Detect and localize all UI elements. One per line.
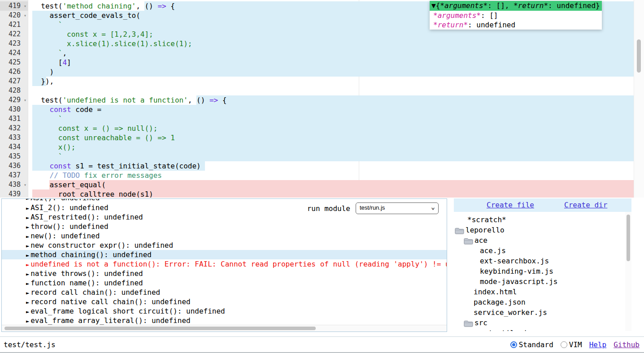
status-bar-right: Standard VIM Help Github [510, 340, 640, 349]
code-line-422[interactable]: 422 const x = [1,2,3,4]; [0, 30, 644, 39]
radio-unselected-icon[interactable] [561, 341, 567, 348]
help-link[interactable]: Help [589, 340, 607, 349]
expand-arrow-icon[interactable]: ► [26, 224, 29, 230]
expand-arrow-icon[interactable]: ► [26, 243, 29, 249]
fold-arrow-icon[interactable]: ▾ [24, 2, 26, 10]
code-line-434[interactable]: 434 x(); [0, 142, 644, 152]
expand-arrow-icon: ► [26, 199, 29, 202]
expand-arrow-icon[interactable]: ► [26, 205, 29, 211]
console-log-row[interactable]: ►eval_frame logical short circuit(): und… [2, 306, 447, 316]
code-text: x.slice(1).slice(1).slice(1); [32, 39, 192, 48]
files-scrollbar-thumb[interactable] [627, 215, 630, 261]
console-log-row[interactable]: ►eval_frame array_literal(): undefined [2, 316, 447, 325]
github-link[interactable]: Github [614, 340, 640, 349]
code-line-433[interactable]: 433 const unreachable = () => 1 [0, 133, 644, 142]
files-scrollbar[interactable] [625, 212, 631, 331]
run-module-select[interactable]: test/run.js ⌄ [356, 202, 439, 214]
code-line-425[interactable]: 425 [4] [0, 58, 644, 67]
console-log-text: new(): undefined [30, 232, 100, 240]
expand-arrow-icon[interactable]: ► [26, 262, 29, 268]
tree-item-ace[interactable]: ace [454, 235, 625, 245]
expand-arrow-icon[interactable]: ► [26, 309, 29, 315]
code-lines: 419▾ test('method chaining', () => {420▾… [0, 1, 644, 198]
tree-item-src[interactable]: src [454, 318, 625, 328]
line-number: 427 [9, 77, 21, 86]
value-tooltip-header[interactable]: ▼{*arguments*: [], *return*: undefined} [430, 1, 602, 11]
code-line-437[interactable]: 437 // TODO fix error messages [0, 171, 644, 180]
tree-item-keybinding-vim-js[interactable]: keybinding-vim.js [454, 266, 625, 276]
fold-arrow-icon[interactable]: ▾ [24, 181, 26, 189]
console-log-row[interactable]: ►record call chain(): undefined [2, 288, 447, 297]
tree-item-package-json[interactable]: package.json [454, 297, 625, 307]
tree-item-ace-js[interactable]: ace.js [454, 245, 625, 256]
selection-highlight [32, 58, 634, 67]
code-line-435[interactable]: 435 ` [0, 152, 644, 161]
code-line-432[interactable]: 432 const x = () => null(); [0, 124, 644, 133]
tree-item-mode-javascript-js[interactable]: mode-javascript.js [454, 276, 625, 287]
fold-arrow-icon[interactable]: ▾ [24, 11, 26, 20]
create-dir-link[interactable]: Create dir [564, 198, 607, 212]
folder-icon [455, 227, 464, 233]
console-log-text: undefined is not a function(): Error: FA… [30, 260, 447, 268]
selection-highlight [32, 142, 634, 152]
console-log-row[interactable]: ►new constructor expr(): undefined [2, 241, 447, 250]
expand-arrow-icon[interactable]: ► [26, 318, 29, 324]
create-file-link[interactable]: Create file [487, 198, 534, 212]
code-text: `, [32, 48, 67, 58]
console-log-row[interactable]: ►new(): undefined [2, 231, 447, 241]
tree-item-ext-searchbox-js[interactable]: ext-searchbox.js [454, 256, 625, 266]
code-line-423[interactable]: 423 x.slice(1).slice(1).slice(1); [0, 39, 644, 48]
console-log-text: throw(): undefined [30, 222, 108, 231]
expand-arrow-icon[interactable]: ► [26, 252, 29, 258]
code-line-428[interactable]: 428 [0, 86, 644, 95]
folder-icon [464, 319, 473, 326]
selection-highlight [32, 114, 634, 124]
tree-item-leporello[interactable]: leporello [454, 225, 625, 235]
code-line-436[interactable]: 436 const s1 = test_initial_state(code) [0, 161, 644, 171]
code-line-424[interactable]: 424 `, [0, 48, 644, 58]
gutter-cell: 439 [0, 189, 28, 198]
expand-arrow-icon[interactable]: ► [26, 271, 29, 277]
console-log-text: ASI_2(): undefined [30, 203, 108, 212]
console-hscrollbar[interactable] [2, 325, 447, 331]
line-number: 430 [9, 105, 21, 114]
editor-scrollbar[interactable] [634, 0, 644, 198]
tree-item-label: *scratch* [467, 215, 506, 225]
keybinding-standard-radio[interactable]: Standard [510, 340, 553, 349]
code-line-431[interactable]: 431 ` [0, 114, 644, 124]
expand-arrow-icon[interactable]: ► [26, 299, 29, 306]
code-line-439[interactable]: 439 root_calltree_node(s1) [0, 189, 644, 198]
code-text: [4] [32, 58, 71, 67]
editor-scrollbar-thumb[interactable] [637, 39, 641, 73]
console-hscrollbar-thumb[interactable] [4, 327, 316, 330]
expand-arrow-icon[interactable]: ► [26, 233, 29, 240]
keybinding-vim-radio[interactable]: VIM [561, 340, 582, 349]
tooltip-entry[interactable]: *arguments*: [] [430, 11, 602, 20]
tree-item-ast-utils-js[interactable]: ast_utils.js [454, 328, 625, 331]
code-line-430[interactable]: 430 const code = [0, 105, 644, 114]
console-log-row[interactable]: ►undefined is not a function(): Error: F… [2, 259, 447, 269]
code-editor[interactable]: 419▾ test('method chaining', () => {420▾… [0, 0, 644, 198]
console-log-row[interactable]: ►method chaining(): undefined [2, 250, 447, 259]
code-text: assert_equal( [32, 180, 106, 189]
code-line-429[interactable]: 429▾ test('undefined is not a function',… [0, 95, 644, 105]
fold-arrow-icon[interactable]: ▾ [24, 96, 26, 104]
radio-selected-icon[interactable] [510, 341, 517, 348]
tree-item-service-worker-js[interactable]: service_worker.js [454, 307, 625, 318]
console-log-row[interactable]: ►throw(): undefined [2, 222, 447, 231]
console-log-row[interactable]: ►function name(): undefined [2, 278, 447, 288]
tree-item-index-html[interactable]: index.html [454, 287, 625, 297]
code-line-438[interactable]: 438▾ assert_equal( [0, 180, 644, 189]
expand-arrow-icon[interactable]: ► [26, 290, 29, 296]
console-log-row[interactable]: ►record native call chain(): undefined [2, 297, 447, 306]
tooltip-entry[interactable]: *return*: undefined [430, 20, 602, 30]
console-log-row[interactable]: ►native throws(): undefined [2, 269, 447, 278]
code-line-427[interactable]: 427 }), [0, 77, 644, 86]
tree-item--scratch-[interactable]: *scratch* [454, 215, 625, 225]
expand-arrow-icon[interactable]: ► [26, 215, 29, 221]
console-log-text: function name(): undefined [30, 279, 143, 287]
gutter-cell: 436 [0, 161, 28, 171]
expand-arrow-icon[interactable]: ► [26, 280, 29, 287]
code-text: const s1 = test_initial_state(code) [32, 161, 201, 171]
code-line-426[interactable]: 426 ) [0, 67, 644, 77]
